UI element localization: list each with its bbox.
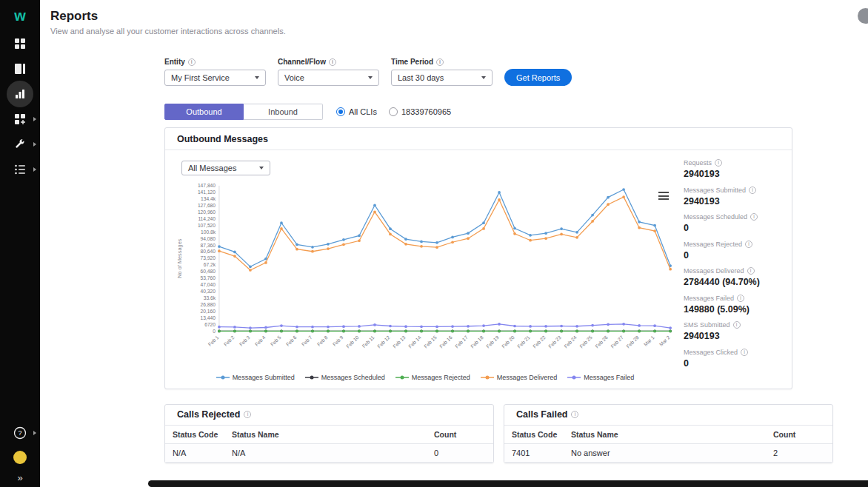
svg-text:Feb 6: Feb 6: [285, 335, 298, 347]
legend-marker-icon: [216, 375, 230, 380]
time-period-select-value: Last 30 days: [398, 73, 444, 82]
svg-text:67.2k: 67.2k: [204, 262, 216, 267]
radio-label: All CLIs: [349, 107, 377, 116]
channel-label: Channel/Flow i: [278, 58, 379, 66]
legend-item[interactable]: Messages Submitted: [216, 374, 295, 381]
main-area: Reports View and analyse all your custom…: [40, 0, 868, 487]
svg-text:107,520: 107,520: [198, 223, 216, 228]
sidebar-item-help[interactable]: ?: [0, 424, 40, 442]
svg-text:Feb 11: Feb 11: [361, 335, 375, 349]
message-type-select[interactable]: All Messages: [181, 161, 270, 175]
stat-label: SMS Submittedi: [684, 321, 784, 329]
collapse-sidebar-icon[interactable]: »: [17, 473, 22, 483]
stat-label: Messages Failedi: [684, 295, 784, 302]
svg-text:Feb 15: Feb 15: [423, 335, 438, 349]
svg-text:Mar 1: Mar 1: [643, 335, 655, 347]
info-icon: i: [747, 267, 755, 275]
entity-filter: Entity i My First Service: [164, 58, 266, 86]
reports-chart-icon: [14, 88, 26, 100]
user-avatar[interactable]: [13, 451, 27, 464]
tab-outbound[interactable]: Outbound: [164, 104, 244, 120]
svg-text:Feb 2: Feb 2: [223, 335, 236, 347]
sidebar-item-integrations[interactable]: [0, 107, 40, 132]
brand-logo-icon[interactable]: w: [14, 0, 26, 31]
stat-value: 2940193: [684, 331, 784, 341]
stat-value: 2940193: [684, 169, 784, 179]
help-bubble[interactable]: [858, 8, 868, 24]
stat-item: Messages Failedi149880 (5.09%): [684, 295, 784, 315]
stat-value: 2784440 (94.70%): [684, 277, 784, 287]
card-title: Calls Failed: [516, 409, 567, 420]
svg-text:40,320: 40,320: [201, 289, 216, 294]
stat-label-text: Messages Submitted: [684, 187, 746, 194]
svg-text:?: ?: [18, 429, 21, 437]
legend-label: Messages Delivered: [497, 374, 558, 381]
chart-menu-icon[interactable]: [658, 192, 669, 200]
svg-text:6720: 6720: [204, 322, 216, 327]
legend-marker-icon: [305, 375, 318, 380]
submenu-caret-icon: [33, 142, 36, 147]
sidebar-item-tools[interactable]: [0, 132, 40, 157]
legend-marker-icon: [567, 375, 581, 380]
sidebar-item-apps-grid[interactable]: [0, 31, 40, 56]
card-header: Calls Failed i: [504, 405, 832, 426]
stat-label-text: Requests: [684, 159, 712, 167]
stat-value: 0: [684, 250, 784, 261]
svg-text:Feb 13: Feb 13: [392, 335, 407, 349]
card-title: Calls Rejected: [177, 409, 240, 420]
time-period-select[interactable]: Last 30 days: [391, 70, 493, 86]
radio-all-clis[interactable]: All CLIs: [336, 107, 377, 116]
sidebar-item-rules[interactable]: [0, 157, 40, 182]
svg-text:87,360: 87,360: [201, 243, 216, 248]
channel-select[interactable]: Voice: [278, 70, 379, 86]
card-header: Calls Rejected i: [165, 405, 493, 426]
stat-label: Messages Clickedi: [684, 349, 784, 356]
svg-text:Feb 5: Feb 5: [270, 335, 282, 347]
table-row: N/AN/A0: [165, 444, 493, 463]
column-header: Count: [427, 426, 493, 443]
svg-text:Feb 21: Feb 21: [516, 335, 531, 349]
entity-select[interactable]: My First Service: [164, 70, 266, 86]
column-header: Status Code: [165, 426, 224, 443]
dashboard-icon: [14, 63, 26, 75]
svg-text:Feb 27: Feb 27: [610, 335, 624, 349]
stat-item: Messages Clickedi0: [684, 349, 784, 369]
table-cell: N/A: [224, 444, 427, 462]
page-subtitle: View and analyse all your customer inter…: [50, 27, 868, 36]
stat-label-text: Messages Delivered: [684, 267, 744, 275]
sidebar-item-reports[interactable]: [0, 81, 40, 107]
legend-marker-icon: [481, 375, 494, 380]
calls-failed-table: Status CodeStatus NameCount7401No answer…: [504, 426, 832, 463]
stat-value: 0: [684, 223, 784, 233]
tab-inbound[interactable]: Inbound: [244, 104, 323, 120]
legend-item[interactable]: Messages Rejected: [395, 374, 470, 381]
info-icon: i: [188, 58, 196, 66]
svg-text:Feb 18: Feb 18: [470, 335, 484, 349]
sidebar-item-dashboard[interactable]: [0, 56, 40, 81]
channel-label-text: Channel/Flow: [278, 58, 326, 66]
radio-dot: [336, 107, 345, 116]
legend-item[interactable]: Messages Delivered: [481, 374, 558, 381]
radio-cli-number[interactable]: 18339760965: [389, 107, 451, 116]
rules-list-icon: [14, 164, 26, 175]
chevron-down-icon: [259, 167, 264, 169]
table-cell: 7401: [504, 444, 564, 462]
stat-label: Messages Submittedi: [684, 187, 784, 194]
time-period-label-text: Time Period: [391, 58, 433, 66]
legend-item[interactable]: Messages Failed: [567, 374, 634, 381]
submenu-caret-icon: [33, 167, 36, 172]
stat-value: 149880 (5.09%): [684, 304, 784, 315]
svg-text:60,480: 60,480: [201, 269, 216, 274]
table-cell: N/A: [165, 444, 224, 462]
get-reports-button[interactable]: Get Reports: [504, 69, 572, 86]
page-header: Reports View and analyse all your custom…: [40, 0, 868, 36]
stat-item: Messages Rejectedi0: [684, 241, 784, 261]
table-header-row: Status CodeStatus NameCount: [165, 426, 493, 444]
calls-rejected-table: Status CodeStatus NameCountN/AN/A0: [165, 426, 493, 463]
stat-item: SMS Submittedi2940193: [684, 321, 784, 341]
horizontal-scrollbar[interactable]: [148, 480, 868, 487]
svg-text:Feb 7: Feb 7: [301, 335, 313, 347]
calls-failed-card: Calls Failed i Status CodeStatus NameCou…: [504, 404, 833, 463]
legend-item[interactable]: Messages Scheduled: [305, 374, 385, 381]
entity-label-text: Entity: [164, 58, 185, 66]
